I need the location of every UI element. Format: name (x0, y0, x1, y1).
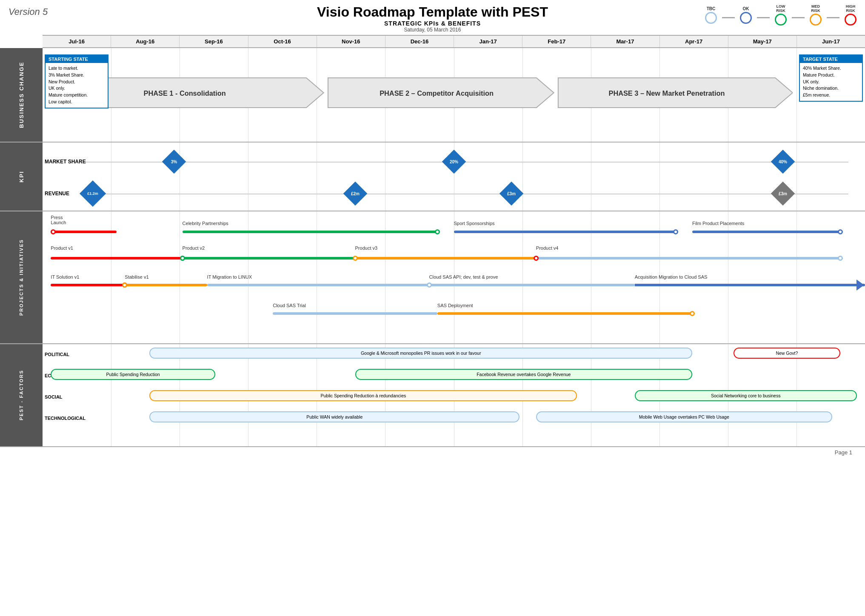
kpi-rev-3m-2: £3m (771, 182, 795, 206)
month-jul16: Jul-16 (43, 36, 111, 47)
stabilise-bar (125, 284, 207, 286)
month-aug16: Aug-16 (111, 36, 180, 47)
economical-bar-1: Public Spending Reduction (51, 369, 215, 380)
market-share-row: MARKET SHARE 3% 20% 40% (43, 147, 865, 177)
sas-deployment-bar (437, 312, 692, 315)
acq-migration-arrow (856, 279, 864, 291)
business-change-label: BUSINESS CHANGE (0, 48, 43, 142)
film-label: Film Product Placements (692, 221, 744, 226)
sas-deployment-end-circle (690, 311, 695, 316)
page-label: Page 1 (835, 449, 852, 456)
legend-med-risk-label: MEDRISK (811, 4, 820, 13)
product-v2-label: Product v2 (183, 245, 205, 251)
version-label: Version 5 (9, 6, 48, 17)
month-feb17: Feb-17 (522, 36, 591, 47)
stabilise-label: Stabilise v1 (125, 274, 148, 279)
kpi-rev-3m-1: £3m (500, 182, 524, 206)
month-dec16: Dec-16 (385, 36, 454, 47)
sport-end-circle (673, 229, 678, 234)
month-sep16: Sep-16 (180, 36, 248, 47)
starting-state-content: Late to market.3% Market Share.New Produ… (49, 65, 105, 106)
legend-low-risk: LOWRISK (775, 4, 787, 26)
legend-high-risk-label: HIGHRISK (846, 4, 856, 13)
month-mar17: Mar-17 (591, 36, 659, 47)
press-launch-start-circle (51, 229, 56, 234)
acq-migration-label: Acquisition Migration to Cloud SAS (635, 274, 708, 279)
market-share-label: MARKET SHARE (45, 159, 86, 165)
sport-label: Sport Sponsorships (454, 221, 495, 226)
product-v3-start-circle (353, 256, 358, 261)
svg-text:PHASE 2 – Competitor Acquisiti: PHASE 2 – Competitor Acquisition (380, 89, 494, 97)
legend-connector-4 (827, 17, 839, 18)
timeline-header: Jul-16 Aug-16 Sep-16 Oct-16 Nov-16 Dec-1… (43, 35, 865, 48)
kpi-content: MARKET SHARE 3% 20% 40% REVENUE (43, 143, 865, 211)
footer: Page 1 (0, 447, 865, 458)
month-jun17: Jun-17 (797, 36, 865, 47)
legend-connector-2 (757, 17, 770, 18)
pest-section: PEST - FACTORS POLITICAL Google & Micro (0, 344, 865, 447)
product-v1-label: Product v1 (51, 245, 73, 251)
celebrity-end-circle (435, 229, 440, 234)
pest-label: PEST - FACTORS (0, 344, 43, 446)
product-v3-bar (355, 257, 536, 260)
social-label: SOCIAL (45, 394, 63, 399)
film-bar (692, 231, 840, 233)
market-share-line (84, 162, 849, 163)
cloud-sas-trial-label: Cloud SAS Trial (273, 303, 306, 308)
legend-high-risk: HIGHRISK (845, 4, 856, 26)
stabilise-start-circle (122, 282, 127, 288)
celebrity-bar (183, 231, 437, 233)
it-v1-bar (51, 284, 125, 286)
revenue-row: REVENUE £1.2m £2m £3m £3m (43, 179, 865, 208)
political-label: POLITICAL (45, 352, 69, 357)
legend-connector-3 (792, 17, 805, 18)
product-v2-start-circle (180, 256, 185, 261)
cloud-sas-api-start-circle (427, 282, 432, 288)
celebrity-label: Celebrity Partnerships (183, 221, 228, 226)
kpi-label: KPI (0, 143, 43, 211)
legend-tbc: TBC (705, 6, 717, 24)
technological-bar-2: Mobile Web Usage overtakes PC Web Usage (536, 411, 832, 422)
film-end-circle (838, 229, 843, 234)
month-may17: May-17 (728, 36, 797, 47)
target-state-title: TARGET STATE (800, 55, 862, 63)
technological-bar-1: Public WAN widely available (149, 411, 520, 422)
technological-label: TECHNOLOGICAL (45, 416, 86, 421)
kpi-ms-20pct: 20% (442, 150, 466, 174)
header: Version 5 Visio Roadmap Template with PE… (0, 0, 865, 35)
product-v4-label: Product v4 (536, 245, 559, 251)
projects-content: PressLaunch Celebrity Partnerships Sport… (43, 211, 865, 343)
product-v4-end-circle (838, 256, 843, 261)
product-v2-bar (183, 257, 355, 260)
it-migration-label: IT Migration to LINUX (207, 274, 252, 279)
it-migration-bar (207, 284, 429, 286)
product-v1-bar (51, 257, 182, 260)
business-change-section: BUSINESS CHANGE STARTING STATE La (0, 48, 865, 143)
starting-state-title: STARTING STATE (46, 55, 108, 63)
month-oct16: Oct-16 (248, 36, 317, 47)
month-apr17: Apr-17 (660, 36, 728, 47)
kpi-rev-2m: £2m (343, 182, 367, 206)
revenue-line (84, 194, 849, 194)
legend-low-risk-label: LOWRISK (776, 4, 785, 13)
kpi-rev-1m2: £1.2m (80, 180, 106, 207)
svg-text:PHASE 3 – New Market Penetrati: PHASE 3 – New Market Penetration (609, 89, 725, 97)
press-launch-label: PressLaunch (51, 215, 66, 225)
product-v4-start-circle (534, 256, 539, 261)
product-v3-label: Product v3 (355, 245, 378, 251)
kpi-ms-40pct: 40% (771, 150, 795, 174)
legend-connector-1 (722, 17, 735, 18)
economical-bar-2: Facebook Revenue overtakes Google Revenu… (355, 369, 693, 380)
legend: TBC OK LOWRISK MEDRISK HIGHRISK (705, 4, 856, 26)
legend-ok-label: OK (743, 6, 749, 11)
header-date: Saturday, 05 March 2016 (0, 27, 865, 33)
target-state-box: TARGET STATE 40% Market Share.Mature Pro… (799, 54, 863, 102)
political-bar-2: New Govt? (734, 348, 840, 359)
acq-migration-bar (635, 284, 865, 286)
month-nov16: Nov-16 (317, 36, 385, 47)
product-v4-bar (536, 257, 840, 260)
pest-content: POLITICAL Google & Microsoft monopolies … (43, 344, 865, 446)
sas-deployment-label: SAS Deployment (437, 303, 473, 308)
press-launch-bar (51, 231, 117, 233)
kpi-ms-3pct: 3% (162, 150, 186, 174)
